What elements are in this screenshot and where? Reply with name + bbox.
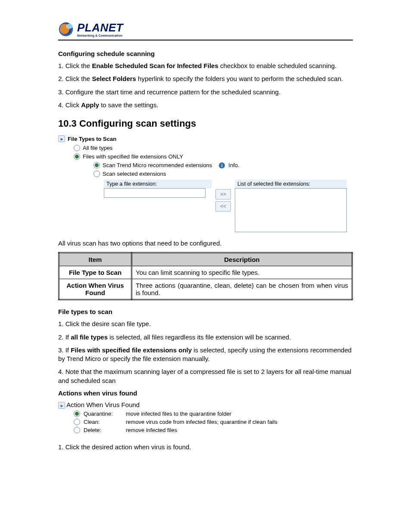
table-header-row: Item Description <box>59 253 352 266</box>
th-description: Description <box>132 253 352 266</box>
type-ext-label: Type a file extension: <box>104 180 212 188</box>
document-page: PLANET Networking & Communication Config… <box>0 0 411 482</box>
radio-label: Scan Trend Micro recommended extensions <box>103 162 212 168</box>
radio-icon <box>93 171 100 177</box>
file-types-panel: ▸ File Types to Scan All file types File… <box>58 135 353 232</box>
ftts-step-1: 1. Click the desire scan file type. <box>58 320 353 328</box>
svg-point-2 <box>66 24 73 29</box>
action-panel-title: Action When Virus Found <box>66 401 140 408</box>
radio-icon <box>93 162 100 168</box>
th-item: Item <box>59 253 132 266</box>
td-item: Action When Virus Found <box>59 279 132 300</box>
section-title-file-types: File types to scan <box>58 308 353 315</box>
arrow-right-icon: ▸ <box>58 135 65 142</box>
radio-selected-ext[interactable]: Scan selected extensions <box>93 171 353 177</box>
radio-delete[interactable]: Delete: remove infected files <box>74 427 353 433</box>
schedule-step-1: 1. Click the Enable Scheduled Scan for I… <box>58 62 353 70</box>
globe-icon <box>58 22 74 37</box>
awvf-step-1: 1. Click the desired action when virus i… <box>58 443 353 451</box>
ftts-step-4: 4. Note that the maximum scanning layer … <box>58 367 353 385</box>
radio-clean[interactable]: Clean: remove virus code from infected f… <box>74 419 353 425</box>
radio-icon <box>74 427 80 433</box>
info-icon[interactable]: i <box>219 162 225 168</box>
extension-selector: Type a file extension: >> << List of sel… <box>104 180 353 232</box>
action-desc: remove infected files <box>126 427 353 433</box>
ftts-step-2: 2. If all file types is selected, all fi… <box>58 333 353 342</box>
logo-text: PLANET Networking & Communication <box>77 22 123 37</box>
extension-listbox[interactable] <box>235 188 347 232</box>
radio-label: Files with specified file extensions ONL… <box>83 153 183 160</box>
action-desc: remove virus code from infected files; q… <box>126 419 353 425</box>
schedule-step-3: 3. Configure the start time and recurren… <box>58 88 353 96</box>
table-row: File Type to Scan You can limit scanning… <box>59 266 352 279</box>
ftts-step-3: 3. If Files with specified file extensio… <box>58 346 353 364</box>
section-title-schedule: Configuring schedule scanning <box>58 50 353 57</box>
heading-10-3: 10.3 Configuring scan settings <box>58 118 353 129</box>
radio-icon <box>74 145 80 151</box>
arrow-right-icon: ▸ <box>58 402 65 409</box>
schedule-step-4: 4. Click Apply to save the settings. <box>58 101 353 109</box>
radio-label: Delete: <box>84 427 122 433</box>
td-item: File Type to Scan <box>59 266 132 279</box>
extension-input[interactable] <box>104 188 206 198</box>
add-ext-button[interactable]: >> <box>215 189 231 199</box>
radio-label: Scan selected extensions <box>103 171 166 177</box>
logo-brand: PLANET <box>77 22 123 33</box>
table-row: Action When Virus Found Three actions (q… <box>59 279 352 300</box>
action-when-virus-panel: ▸ Action When Virus Found Quarantine: mo… <box>58 401 353 434</box>
section-title-actions: Actions when virus found <box>58 389 353 397</box>
schedule-step-2: 2. Click the Select Folders hyperlink to… <box>58 75 353 83</box>
file-types-panel-title: File Types to Scan <box>68 136 116 142</box>
list-ext-label: List of selected file extensions: <box>235 180 347 188</box>
action-panel-header: ▸ Action When Virus Found <box>58 401 353 409</box>
action-desc: move infected files to the quarantine fo… <box>126 411 353 417</box>
radio-icon <box>74 419 80 425</box>
radio-icon <box>74 153 80 160</box>
radio-label: All file types <box>83 145 112 151</box>
radio-quarantine[interactable]: Quarantine: move infected files to the q… <box>74 411 353 417</box>
file-types-panel-header: ▸ File Types to Scan <box>58 135 353 142</box>
radio-icon <box>74 411 80 417</box>
radio-label: Quarantine: <box>84 411 122 417</box>
radio-specified-ext[interactable]: Files with specified file extensions ONL… <box>74 153 353 160</box>
td-desc: Three actions (quarantine, clean, delete… <box>132 279 352 300</box>
options-table: Item Description File Type to Scan You c… <box>58 252 353 300</box>
radio-label: Clean: <box>84 419 122 425</box>
td-desc: You can limit scanning to specific file … <box>132 266 352 279</box>
remove-ext-button[interactable]: << <box>215 201 231 212</box>
logo-tagline: Networking & Communication <box>77 34 123 37</box>
info-link[interactable]: Info. <box>228 162 239 168</box>
intro-after-fts: All virus scan has two options that need… <box>58 239 353 248</box>
radio-all-file-types[interactable]: All file types <box>74 145 353 151</box>
radio-recommended-ext[interactable]: Scan Trend Micro recommended extensions … <box>93 162 353 168</box>
page-header: PLANET Networking & Communication <box>58 22 353 40</box>
